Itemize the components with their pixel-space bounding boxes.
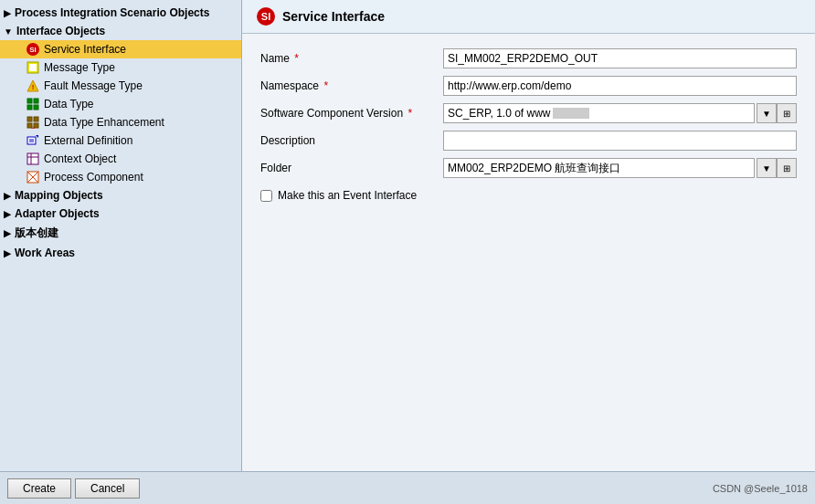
- arrow-interface-objects: ▼: [4, 26, 13, 37]
- input-description[interactable]: [443, 131, 797, 151]
- software-component-dropdown-btn[interactable]: ▼: [757, 103, 777, 123]
- create-button[interactable]: Create: [7, 478, 71, 499]
- bottom-bar: Create Cancel CSDN @Seele_1018: [0, 471, 815, 504]
- sidebar-item-label-service-interface: Service Interface: [44, 43, 126, 56]
- folder-dropdown-btn[interactable]: ▼: [757, 158, 777, 178]
- sidebar-item-fault-message-type[interactable]: ! Fault Message Type: [0, 77, 241, 95]
- folder-input-group: ▼ ⊞: [443, 158, 797, 178]
- section-adapter-objects[interactable]: ▶ Adapter Objects: [0, 205, 241, 223]
- label-folder: Folder: [260, 162, 443, 174]
- data-type-icon: [26, 97, 40, 111]
- svg-rect-8: [27, 117, 32, 121]
- context-object-icon: [26, 152, 40, 166]
- section-mapping-objects[interactable]: ▶ Mapping Objects: [0, 186, 241, 205]
- form-row-folder: Folder ▼ ⊞: [260, 158, 797, 178]
- bottom-bar-left: Create Cancel: [7, 478, 140, 499]
- process-component-icon: [26, 170, 40, 184]
- section-interface-objects[interactable]: ▼ Interface Objects: [0, 22, 241, 40]
- sidebar-item-label-message-type: Message Type: [44, 61, 115, 74]
- software-component-browse-btn[interactable]: ⊞: [777, 103, 797, 123]
- section-mapping-objects-label: Mapping Objects: [15, 189, 103, 202]
- input-name[interactable]: [443, 48, 797, 68]
- svg-rect-13: [27, 137, 36, 144]
- arrow-version-create: ▶: [4, 228, 11, 238]
- svg-rect-5: [34, 99, 38, 103]
- svg-text:!: !: [32, 83, 35, 91]
- label-namespace: Namespace *: [260, 79, 443, 92]
- form-header-title: Service Interface: [282, 9, 385, 24]
- form-row-name: Name *: [260, 48, 797, 68]
- label-description: Description: [260, 134, 443, 147]
- form-row-namespace: Namespace *: [260, 76, 797, 96]
- input-namespace[interactable]: [443, 76, 797, 96]
- section-work-areas[interactable]: ▶ Work Areas: [0, 244, 241, 262]
- input-folder[interactable]: [443, 158, 755, 178]
- arrow-mapping-objects: ▶: [4, 191, 11, 201]
- svg-rect-7: [34, 105, 38, 110]
- fault-message-type-icon: !: [26, 79, 40, 93]
- section-process-integration[interactable]: ▶ Process Integration Scenario Objects: [0, 4, 241, 22]
- main-container: ▶ Process Integration Scenario Objects ▼…: [0, 0, 815, 471]
- watermark: CSDN @Seele_1018: [713, 483, 808, 494]
- sidebar-item-data-type[interactable]: Data Type: [0, 95, 241, 113]
- form-row-software-component: Software Component Version * SC_ERP, 1.0…: [260, 103, 797, 123]
- sidebar-item-label-context-object: Context Object: [44, 152, 116, 165]
- form-row-description: Description: [260, 131, 797, 151]
- software-component-value: SC_ERP, 1.0 of www: [448, 107, 551, 120]
- required-software-component: *: [408, 107, 412, 120]
- svg-rect-6: [27, 105, 32, 110]
- section-version-create[interactable]: ▶ 版本创建: [0, 223, 241, 244]
- software-component-input-group: SC_ERP, 1.0 of www ▼ ⊞: [443, 103, 797, 123]
- input-software-component-display: SC_ERP, 1.0 of www: [443, 103, 755, 123]
- folder-browse-btn[interactable]: ⊞: [777, 158, 797, 178]
- checkbox-event-interface-label[interactable]: Make this an Event Interface: [278, 189, 417, 202]
- sidebar-item-label-data-type: Data Type: [44, 98, 93, 110]
- message-type-icon: [26, 60, 40, 75]
- software-component-btn-group: ▼ ⊞: [757, 103, 797, 123]
- svg-rect-1: [29, 64, 37, 71]
- svg-text:+: +: [31, 124, 36, 129]
- svg-rect-17: [27, 153, 38, 164]
- sidebar-item-external-definition[interactable]: External Definition: [0, 131, 241, 150]
- sidebar-item-message-type[interactable]: Message Type: [0, 58, 241, 77]
- sidebar-item-service-interface[interactable]: SI Service Interface: [0, 40, 241, 58]
- right-panel: SI Service Interface Name * Namespace *: [242, 0, 815, 471]
- sidebar-item-process-component[interactable]: Process Component: [0, 168, 241, 186]
- arrow-process-integration: ▶: [4, 8, 11, 18]
- section-work-areas-label: Work Areas: [15, 247, 75, 259]
- sidebar-item-label-data-type-enhancement: Data Type Enhancement: [44, 116, 164, 129]
- sidebar-item-data-type-enhancement[interactable]: + Data Type Enhancement: [0, 113, 241, 131]
- required-namespace: *: [323, 79, 328, 92]
- form-header: SI Service Interface: [242, 0, 815, 34]
- cancel-button[interactable]: Cancel: [75, 478, 140, 499]
- data-type-enhancement-icon: +: [26, 115, 40, 130]
- software-component-blurred: [553, 108, 589, 119]
- section-process-integration-label: Process Integration Scenario Objects: [15, 6, 209, 19]
- folder-btn-group: ▼ ⊞: [757, 158, 797, 178]
- label-software-component: Software Component Version *: [260, 107, 443, 120]
- arrow-adapter-objects: ▶: [4, 209, 11, 219]
- svg-rect-9: [34, 117, 38, 121]
- left-panel: ▶ Process Integration Scenario Objects ▼…: [0, 0, 242, 471]
- sidebar-item-context-object[interactable]: Context Object: [0, 150, 241, 168]
- label-name: Name *: [260, 52, 443, 65]
- sidebar-item-label-external-definition: External Definition: [44, 134, 132, 147]
- service-interface-icon: SI: [26, 42, 40, 57]
- sidebar-item-label-process-component: Process Component: [44, 171, 143, 184]
- form-body: Name * Namespace * Software Component Ve…: [242, 34, 815, 471]
- svg-rect-4: [27, 99, 32, 103]
- section-interface-objects-label: Interface Objects: [16, 25, 105, 37]
- sidebar-item-label-fault-message-type: Fault Message Type: [44, 79, 143, 92]
- section-version-create-label: 版本创建: [15, 226, 58, 241]
- required-name: *: [294, 52, 299, 65]
- arrow-work-areas: ▶: [4, 248, 11, 258]
- external-definition-icon: [26, 133, 40, 148]
- section-adapter-objects-label: Adapter Objects: [15, 207, 100, 220]
- checkbox-event-interface[interactable]: [260, 190, 272, 202]
- checkbox-row-event-interface: Make this an Event Interface: [260, 189, 797, 202]
- form-header-icon: SI: [257, 7, 275, 26]
